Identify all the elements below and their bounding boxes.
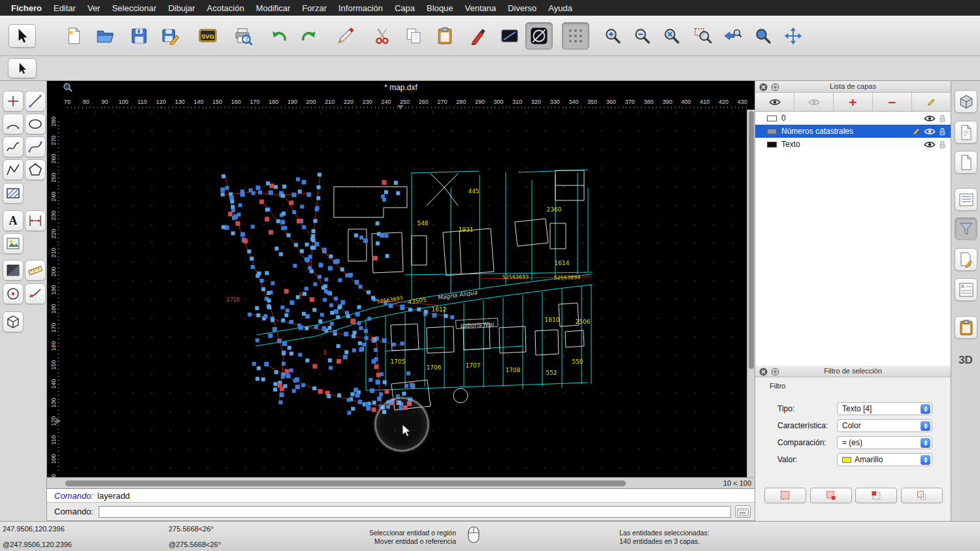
isometric-tool-button[interactable] bbox=[3, 311, 24, 332]
selection-handle[interactable] bbox=[328, 266, 333, 270]
selection-handle[interactable] bbox=[363, 238, 368, 243]
layer-row-0[interactable]: 0 bbox=[755, 112, 951, 125]
selection-handle[interactable] bbox=[259, 200, 264, 204]
selection-handle[interactable] bbox=[267, 291, 270, 295]
selection-handle[interactable] bbox=[335, 259, 340, 264]
selection-handle[interactable] bbox=[355, 312, 360, 317]
selection-handle[interactable] bbox=[276, 219, 280, 223]
selection-handle[interactable] bbox=[295, 377, 299, 382]
selection-handle[interactable] bbox=[345, 274, 349, 277]
polygon-tool-button[interactable] bbox=[25, 159, 46, 180]
selection-handle[interactable] bbox=[352, 349, 356, 353]
zoom-in-button[interactable] bbox=[599, 22, 627, 50]
selection-handle[interactable] bbox=[432, 313, 436, 317]
layer-edit-icon[interactable] bbox=[912, 127, 921, 136]
selection-handle[interactable] bbox=[261, 377, 265, 381]
selection-handle[interactable] bbox=[282, 362, 286, 366]
draft-mode-button[interactable] bbox=[525, 22, 553, 50]
selection-handle[interactable] bbox=[284, 313, 288, 317]
edit-pencil-button[interactable] bbox=[332, 22, 359, 50]
selection-handle[interactable] bbox=[292, 210, 296, 214]
selection-handle[interactable] bbox=[366, 406, 370, 411]
selection-handle[interactable] bbox=[267, 298, 271, 302]
filter-combo-comparacion[interactable]: = (es) bbox=[837, 436, 932, 449]
circle-center-tool-button[interactable] bbox=[3, 283, 24, 304]
new-file-button[interactable] bbox=[60, 22, 88, 50]
selection-handle[interactable] bbox=[221, 174, 225, 178]
selection-handle[interactable] bbox=[340, 268, 344, 272]
menu-acotacion[interactable]: Acotación bbox=[201, 0, 250, 16]
menu-bloque[interactable]: Bloque bbox=[421, 0, 459, 16]
menu-informacion[interactable]: Información bbox=[333, 0, 389, 16]
selection-handle[interactable] bbox=[250, 257, 253, 260]
layer-color-swatch[interactable] bbox=[767, 129, 777, 134]
selection-handle[interactable] bbox=[251, 225, 255, 228]
selection-handle[interactable] bbox=[251, 265, 255, 269]
selection-handle[interactable] bbox=[240, 193, 245, 197]
selection-handle[interactable] bbox=[220, 187, 225, 192]
stepper-icon[interactable] bbox=[921, 455, 930, 465]
selection-handle[interactable] bbox=[289, 200, 293, 205]
polyline-tool-button[interactable] bbox=[3, 159, 24, 180]
selection-handle[interactable] bbox=[372, 401, 376, 405]
selection-handle[interactable] bbox=[383, 381, 387, 385]
selection-handle[interactable] bbox=[324, 289, 328, 293]
grid-toggle-button[interactable] bbox=[562, 22, 589, 50]
selection-handle[interactable] bbox=[372, 407, 376, 412]
selection-handle[interactable] bbox=[228, 212, 233, 216]
selection-handle[interactable] bbox=[247, 249, 251, 253]
filter-subtract-button[interactable] bbox=[855, 488, 897, 503]
selection-handle[interactable] bbox=[287, 233, 291, 237]
selection-handle[interactable] bbox=[424, 310, 428, 314]
layer-lock-icon[interactable] bbox=[939, 140, 946, 149]
menu-modificar[interactable]: Modificar bbox=[250, 0, 297, 16]
menu-forzar[interactable]: Forzar bbox=[296, 0, 333, 16]
selection-handle[interactable] bbox=[374, 364, 379, 369]
selection-handle[interactable] bbox=[249, 189, 253, 193]
selection-handle[interactable] bbox=[321, 286, 325, 290]
selection-handle[interactable] bbox=[320, 313, 324, 317]
filter-combo-caracteristica[interactable]: Color bbox=[837, 419, 932, 432]
horizontal-scrollbar-thumb[interactable] bbox=[65, 480, 626, 486]
selection-handle[interactable] bbox=[310, 237, 314, 241]
selection-handle[interactable] bbox=[230, 200, 234, 204]
menu-ayuda[interactable]: Ayuda bbox=[542, 0, 578, 16]
selection-handle[interactable] bbox=[231, 231, 235, 235]
selection-handle[interactable] bbox=[343, 355, 348, 360]
selection-filter-button[interactable] bbox=[955, 217, 977, 240]
selection-handle[interactable] bbox=[281, 375, 285, 379]
selection-handle[interactable] bbox=[328, 326, 332, 330]
selection-handle[interactable] bbox=[400, 305, 404, 309]
selection-handle[interactable] bbox=[344, 351, 348, 354]
selection-handle[interactable] bbox=[302, 180, 306, 185]
selection-handle[interactable] bbox=[374, 348, 378, 352]
selection-handle[interactable] bbox=[292, 389, 296, 393]
selection-handle[interactable] bbox=[314, 219, 318, 223]
selection-handle[interactable] bbox=[396, 191, 400, 195]
selection-handle[interactable] bbox=[362, 343, 366, 347]
selection-handle[interactable] bbox=[299, 326, 303, 330]
selection-handle[interactable] bbox=[351, 334, 355, 338]
selection-handle[interactable] bbox=[351, 319, 355, 324]
zoom-selection-button[interactable] bbox=[689, 22, 717, 50]
selection-handle[interactable] bbox=[406, 371, 410, 375]
selection-handle[interactable] bbox=[302, 312, 306, 316]
selection-handle[interactable] bbox=[274, 185, 278, 189]
save-file-button[interactable] bbox=[125, 22, 153, 50]
selection-handle[interactable] bbox=[314, 325, 318, 329]
selection-handle[interactable] bbox=[269, 230, 273, 234]
selection-handle[interactable] bbox=[357, 305, 361, 309]
selection-handle[interactable] bbox=[272, 327, 277, 332]
zoom-window-button[interactable] bbox=[749, 22, 777, 50]
layer-lock-icon[interactable] bbox=[939, 127, 946, 136]
selection-handle[interactable] bbox=[328, 358, 332, 362]
selection-handle[interactable] bbox=[231, 208, 235, 212]
selection-handle[interactable] bbox=[252, 362, 256, 366]
selection-handle[interactable] bbox=[221, 225, 225, 229]
selection-handle[interactable] bbox=[284, 289, 289, 294]
solid-fill-tool-button[interactable] bbox=[3, 260, 24, 281]
selection-handle[interactable] bbox=[347, 398, 351, 402]
selection-handle[interactable] bbox=[408, 307, 412, 311]
layer-row-numeros-catastrales[interactable]: Números catastrales bbox=[755, 125, 951, 138]
selection-handle[interactable] bbox=[344, 332, 348, 336]
